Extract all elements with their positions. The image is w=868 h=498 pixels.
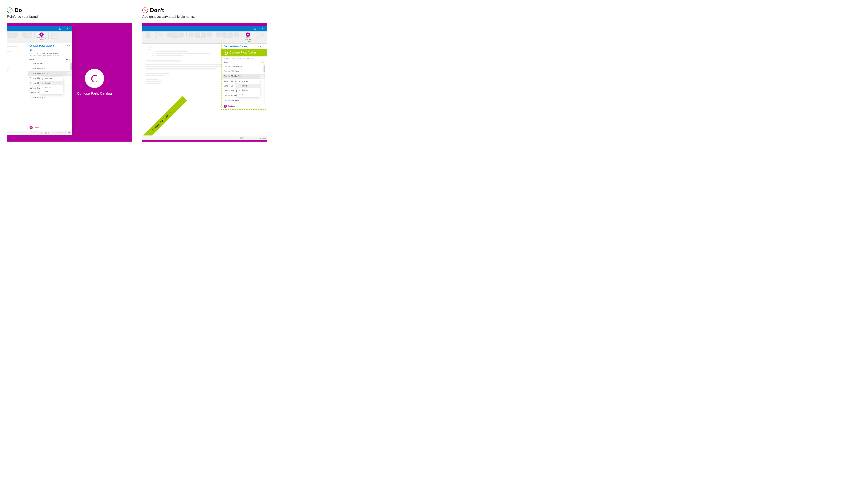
grid-view-icon[interactable]: ⊞: [69, 58, 70, 61]
zoom-out-button[interactable]: −: [248, 137, 249, 139]
pane-dropdown-icon[interactable]: ▾: [260, 45, 261, 48]
avatar-icon: [146, 49, 153, 57]
format-icon: ≡: [42, 87, 44, 88]
pane-close-icon[interactable]: ✕: [262, 45, 263, 48]
list-item[interactable]: Contoso 85w Equal: [222, 98, 265, 103]
brand-hero-label: Contoso Parts Catalog: [77, 92, 112, 95]
sort-icon[interactable]: ↓: [35, 58, 36, 61]
results-list: Contoso 60 - 65w Equal Contoso 85w Equal…: [222, 64, 265, 103]
task-pane: Contoso Parts Catalog ▾ ✕ Contoso Parts …: [222, 43, 265, 109]
lightbulb-icon: [223, 51, 228, 55]
zoom-level: 100%: [67, 132, 71, 134]
cross-icon: [143, 8, 148, 13]
zoom-level: 100%: [262, 137, 266, 139]
do-example: Do Reinforce your brand. C Contoso Parts…: [7, 7, 132, 142]
minimize-button[interactable]: ─: [244, 26, 252, 31]
zoom-slider[interactable]: [55, 132, 64, 133]
ribbon: Parts CatalogContoso: [7, 31, 72, 43]
results-list: Contoso 60 - 65w Equal Contoso 85w Equal…: [28, 61, 72, 125]
more-icon[interactable]: ⋯: [260, 75, 264, 78]
list-item[interactable]: Contoso 60 - 65w Equal⋯: [222, 74, 265, 79]
footer-brand: Contoso: [34, 127, 40, 129]
ctx-insert[interactable]: ⇤Insert: [237, 84, 260, 88]
list-view-icon[interactable]: ☰: [66, 58, 68, 61]
window-titlebar: ─ ☐ ✕: [7, 26, 72, 31]
lightbulb-icon: [246, 32, 250, 37]
list-view-icon[interactable]: ☰: [259, 61, 261, 63]
ctx-pin[interactable]: ⊷Pin: [40, 90, 63, 94]
document-area: [7, 43, 28, 131]
grid-view-icon[interactable]: ⊞: [262, 61, 263, 63]
list-item[interactable]: Contoso 60 - 65w Equal⋯: [28, 71, 72, 76]
minimize-button[interactable]: ─: [49, 26, 56, 31]
maximize-button[interactable]: ☐: [252, 26, 259, 31]
column-header-name[interactable]: Name: [223, 61, 228, 63]
brand-logo-icon: C: [85, 69, 104, 88]
footer-logo-icon: C: [29, 126, 33, 129]
ctx-format[interactable]: ≡Format: [40, 85, 63, 90]
footer-logo-icon: C: [223, 105, 227, 108]
pane-title: Contoso Parts Catalog: [223, 45, 248, 48]
zoom-in-button[interactable]: +: [260, 137, 261, 139]
view-mode-icon[interactable]: [41, 132, 44, 134]
more-icon[interactable]: ⋯: [67, 72, 71, 75]
check-icon: [7, 8, 13, 13]
sort-icon[interactable]: ↓: [229, 61, 230, 63]
ctx-insert[interactable]: ⇤Insert: [40, 81, 63, 85]
view-mode-icon[interactable]: [245, 137, 247, 139]
ctx-preview[interactable]: ◉Preview: [40, 77, 63, 81]
dont-stage: ─ ☐ ✕ Parts CatalogContoso: [143, 23, 267, 142]
do-title: Do: [15, 7, 22, 13]
list-item[interactable]: Contoso 60 - 65w Equal: [222, 64, 265, 69]
search-result-count: 16 results in LED - R30 - 60-65 Watt Equ…: [223, 57, 263, 59]
do-subtitle: Reinforce your brand.: [7, 15, 132, 18]
pane-footer: C Contoso: [222, 103, 265, 109]
statusbar: − + 100%: [7, 131, 72, 135]
view-mode-icon[interactable]: [236, 137, 239, 139]
view-mode-icon[interactable]: [45, 132, 48, 134]
close-button[interactable]: ✕: [64, 26, 71, 31]
pane-dropdown-icon[interactable]: ▾: [67, 45, 68, 47]
zoom-slider[interactable]: [250, 138, 259, 139]
dont-example: Don't Add unnecessary graphic elements. …: [143, 7, 267, 142]
search-result-label: LED - R30 - 2700K - Warm White: [29, 53, 70, 55]
preview-icon: ◉: [42, 78, 44, 80]
task-pane: Contoso Parts Catalog ▾ ✕ ☰ LED - R30 - …: [28, 43, 72, 131]
zoom-out-button[interactable]: −: [53, 132, 54, 134]
addin-ribbon-button[interactable]: Parts CatalogContoso: [244, 32, 252, 42]
ctx-pin[interactable]: ⊷Pin: [237, 92, 260, 97]
list-item[interactable]: Contoso 85w Equal: [28, 66, 72, 71]
brand-hero: C Contoso Parts Catalog: [77, 69, 112, 95]
pin-icon: ⊷: [42, 91, 44, 93]
dont-subtitle: Add unnecessary graphic elements.: [143, 15, 267, 18]
maximize-button[interactable]: ☐: [56, 26, 64, 31]
list-item[interactable]: Contoso 85w Equal: [28, 95, 72, 100]
ribbon-group: [21, 32, 34, 38]
ribbon-group: [7, 32, 19, 38]
list-item[interactable]: Contoso 60 - 65w Equal: [28, 61, 72, 66]
close-button[interactable]: ✕: [259, 26, 267, 31]
window-titlebar: ─ ☐ ✕: [143, 26, 267, 31]
checkbox-icon[interactable]: [146, 46, 148, 48]
view-mode-icon[interactable]: [50, 132, 52, 134]
addin-ribbon-button[interactable]: Parts CatalogContoso: [37, 32, 46, 41]
pin-icon: ⊷: [239, 94, 241, 95]
zoom-in-button[interactable]: +: [65, 132, 66, 134]
list-item[interactable]: Contoso 85w Equal: [222, 69, 265, 74]
ribbon: Parts CatalogContoso: [143, 31, 267, 43]
pane-close-icon[interactable]: ✕: [69, 45, 70, 47]
context-menu: ◉Preview ⇤Insert ≡Format ⊷Pin: [237, 79, 260, 97]
search-result-count: 16 results in LED - R30 - 60-65 Watt Equ…: [29, 55, 70, 56]
view-mode-icon[interactable]: [240, 137, 243, 139]
dont-title: Don't: [150, 7, 164, 13]
insert-icon: ⇤: [239, 85, 241, 87]
footer-brand: Contoso: [228, 105, 234, 107]
ctx-preview[interactable]: ◉Preview: [237, 79, 260, 84]
checkbox-icon[interactable]: [149, 46, 151, 48]
hamburger-icon[interactable]: ☰: [29, 49, 32, 52]
pane-title: Contoso Parts Catalog: [29, 44, 54, 47]
column-header-name[interactable]: Name: [29, 58, 34, 61]
lightbulb-icon: [39, 32, 44, 37]
ctx-format[interactable]: ≡Format: [237, 88, 260, 92]
preview-icon: ◉: [239, 81, 241, 82]
